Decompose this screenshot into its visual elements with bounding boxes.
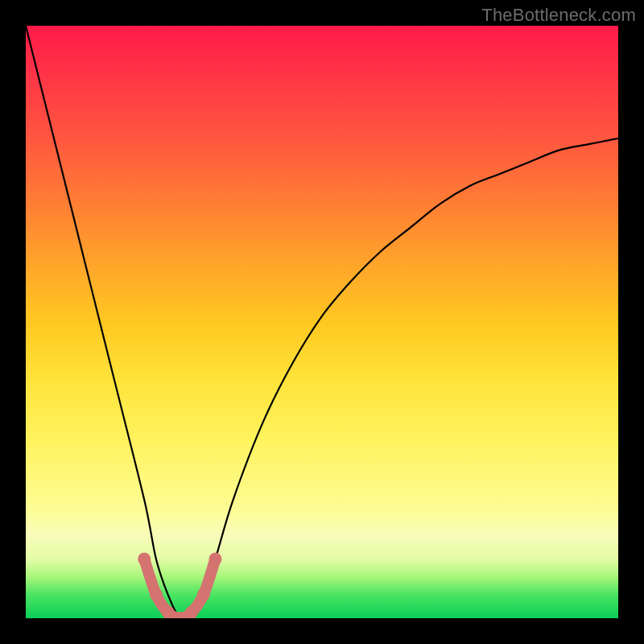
highlight-dot bbox=[209, 552, 222, 565]
highlight-dot bbox=[162, 606, 175, 618]
highlight-dot bbox=[138, 552, 151, 565]
chart-svg bbox=[26, 26, 618, 618]
watermark-text: TheBottleneck.com bbox=[481, 5, 636, 26]
highlight-dot bbox=[197, 588, 210, 601]
bottleneck-curve-path bbox=[26, 26, 618, 618]
highlight-dot bbox=[150, 588, 163, 601]
highlight-dot bbox=[185, 606, 198, 618]
